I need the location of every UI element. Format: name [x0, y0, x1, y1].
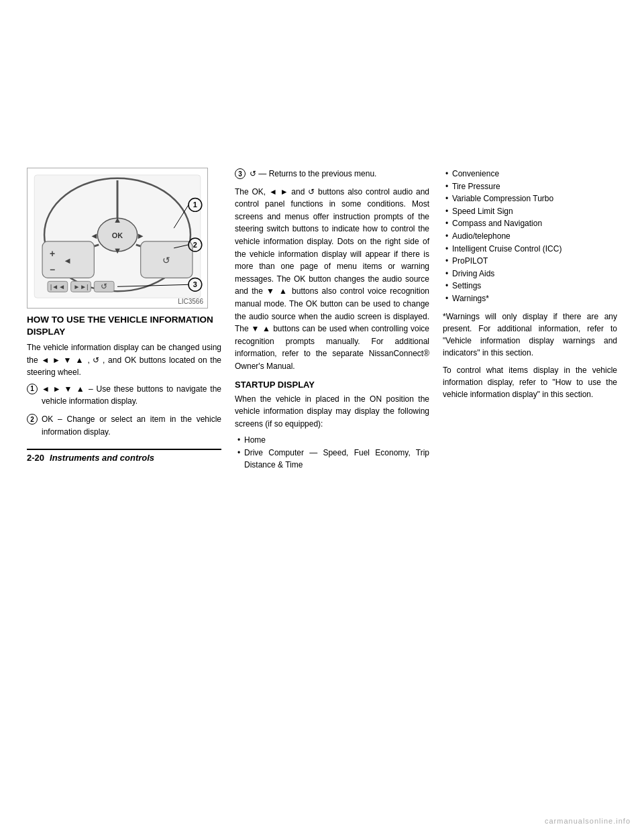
- watermark: carmanualsonline.info: [545, 817, 631, 825]
- startup-list: Home Drive Computer — Speed, Fuel Econom…: [235, 434, 429, 471]
- step-2-number: 2: [27, 414, 38, 425]
- list-item: Variable Compression Turbo: [443, 192, 617, 205]
- svg-text:►: ►: [136, 231, 145, 241]
- section-title: Instruments and controls: [50, 453, 154, 463]
- left-column: OK + − ◄: [27, 168, 221, 463]
- list-item: Warnings*: [443, 292, 617, 305]
- step-2-text: OK – Change or select an item in the veh…: [42, 413, 221, 438]
- step-1-text: ◄ ► ▼ ▲ – Use these buttons to navigate …: [42, 383, 221, 408]
- steering-wheel-diagram: OK + − ◄: [27, 168, 208, 309]
- list-item: Tire Pressure: [443, 180, 617, 193]
- step-3: 3 ↺ — Returns to the previous menu.: [235, 168, 429, 180]
- page-number: 2-20: [27, 453, 44, 463]
- svg-text:▼: ▼: [113, 245, 122, 256]
- middle-body-paragraph: The OK, ◄ ► and ↺ buttons also control a…: [235, 186, 429, 373]
- list-item: Settings: [443, 280, 617, 292]
- intro-paragraph: The vehicle information display can be c…: [27, 341, 221, 379]
- svg-text:−: −: [50, 264, 55, 275]
- list-item: Convenience: [443, 168, 617, 180]
- step-1-number: 1: [27, 384, 38, 394]
- step-1: 1 ◄ ► ▼ ▲ – Use these buttons to navigat…: [27, 383, 221, 408]
- svg-text:↺: ↺: [101, 282, 107, 291]
- right-column: Convenience Tire Pressure Variable Compr…: [443, 168, 617, 400]
- step-1-symbols: ◄ ► ▼ ▲: [42, 384, 89, 394]
- list-item: ProPILOT: [443, 255, 617, 268]
- closing-text: To control what items display in the veh…: [443, 364, 617, 400]
- svg-text:►►|: ►►|: [73, 283, 88, 290]
- step-3-number: 3: [235, 168, 246, 179]
- step-3-body: — Returns to the previous menu.: [258, 169, 376, 178]
- section-heading: HOW TO USE THE VEHICLE INFORMATION DISPL…: [27, 314, 221, 337]
- svg-text:↺: ↺: [162, 255, 170, 266]
- footnote: *Warnings will only display if there are…: [443, 311, 617, 359]
- step-3-symbol: ↺: [250, 169, 258, 178]
- top-spacer: [27, 20, 617, 168]
- svg-text:3: 3: [193, 280, 197, 288]
- svg-text:▲: ▲: [113, 215, 122, 225]
- list-item: Intelligent Cruise Control (ICC): [443, 243, 617, 256]
- svg-text:+: +: [50, 248, 55, 259]
- svg-text:◄: ◄: [63, 256, 72, 266]
- svg-text:|◄◄: |◄◄: [50, 283, 65, 290]
- svg-text:2: 2: [193, 241, 197, 249]
- list-item: Drive Computer — Speed, Fuel Economy, Tr…: [235, 447, 429, 471]
- list-item: Audio/telephone: [443, 230, 617, 243]
- diagram-label: LIC3566: [178, 298, 203, 305]
- intro-buttons: ◄ ► ▼ ▲: [41, 355, 84, 365]
- list-item: Driving Aids: [443, 268, 617, 280]
- list-item: Home: [235, 434, 429, 447]
- step-3-text: ↺ — Returns to the previous menu.: [250, 168, 376, 180]
- list-item: Compass and Navigation: [443, 217, 617, 230]
- svg-text:◄: ◄: [90, 231, 99, 241]
- startup-heading: STARTUP DISPLAY: [235, 380, 429, 390]
- startup-items-continued: Convenience Tire Pressure Variable Compr…: [443, 168, 617, 305]
- footer-bar: 2-20 Instruments and controls: [27, 449, 221, 463]
- page: OK + − ◄: [0, 0, 644, 833]
- startup-intro: When the vehicle in placed in the ON pos…: [235, 393, 429, 431]
- main-content: OK + − ◄: [27, 168, 617, 477]
- list-item: Speed Limit Sign: [443, 205, 617, 218]
- svg-text:OK: OK: [112, 231, 123, 239]
- svg-text:1: 1: [193, 201, 197, 209]
- step-2: 2 OK – Change or select an item in the v…: [27, 413, 221, 438]
- middle-column: 3 ↺ — Returns to the previous menu. The …: [235, 168, 429, 477]
